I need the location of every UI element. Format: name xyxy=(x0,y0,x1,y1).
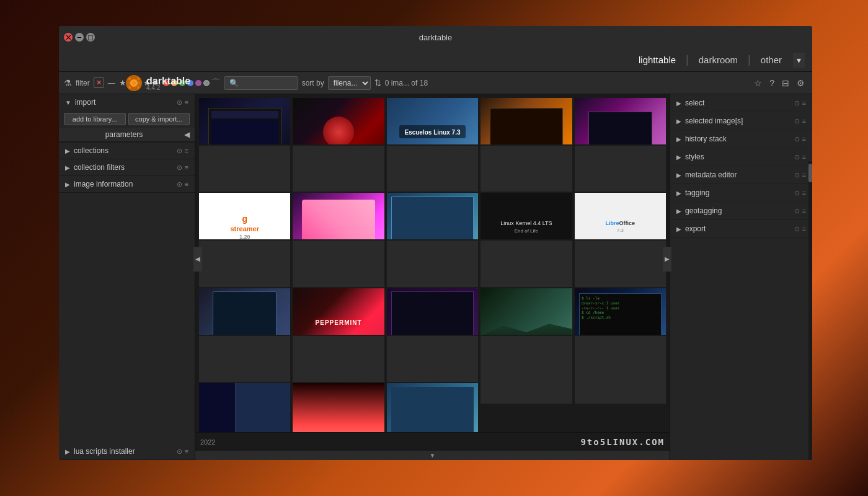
geotagging-menu-icon[interactable]: ≡ xyxy=(802,207,806,215)
thumbnail-blue-ui[interactable] xyxy=(198,382,291,432)
history-stack-menu-icon[interactable]: ≡ xyxy=(802,135,806,143)
geotagging-arrow: ▶ xyxy=(676,208,681,215)
help-icon[interactable]: ? xyxy=(767,77,777,89)
export-reset-icon[interactable]: ⊙ xyxy=(794,225,800,233)
search-input[interactable] xyxy=(224,76,298,90)
parameters-bar: parameters ◀ xyxy=(59,128,195,142)
right-item-export[interactable]: ▶ export ⊙ ≡ xyxy=(670,220,812,238)
parameters-collapse-arrow[interactable]: ◀ xyxy=(184,130,190,139)
collections-header[interactable]: ▶ collections ⊙ ≡ xyxy=(59,143,195,159)
close-button[interactable]: ✕ xyxy=(64,33,73,42)
add-to-library-button[interactable]: add to library... xyxy=(64,113,126,125)
right-scrollbar[interactable] xyxy=(808,161,812,460)
styles-arrow: ▶ xyxy=(676,154,681,161)
window-controls[interactable]: ✕ − □ xyxy=(64,33,95,42)
image-info-menu-icon[interactable]: ≡ xyxy=(185,180,188,188)
tagging-arrow: ▶ xyxy=(676,190,681,197)
metadata-reset-icon[interactable]: ⊙ xyxy=(794,171,800,179)
image-info-reset-icon[interactable]: ⊙ xyxy=(177,180,182,188)
history-stack-reset-icon[interactable]: ⊙ xyxy=(794,135,800,143)
image-information-label: image information xyxy=(74,180,133,188)
metadata-editor-arrow: ▶ xyxy=(676,172,681,179)
color-dot-purple[interactable] xyxy=(195,80,202,86)
collections-menu-icon[interactable]: ≡ xyxy=(185,147,188,155)
nav-tab-darkroom[interactable]: darkroom xyxy=(689,51,748,69)
styles-menu-icon[interactable]: ≡ xyxy=(802,153,806,161)
lua-scripts-icons: ⊙ ≡ xyxy=(177,448,188,456)
history-stack-icons: ⊙ ≡ xyxy=(794,135,806,143)
collections-arrow: ▶ xyxy=(65,148,70,154)
image-information-section: ▶ image information ⊙ ≡ xyxy=(59,176,195,193)
svg-point-3 xyxy=(128,78,131,80)
copy-import-button[interactable]: copy & import... xyxy=(128,113,190,125)
image-information-arrow: ▶ xyxy=(65,181,70,188)
lua-scripts-header[interactable]: ▶ lua scripts installer ⊙ ≡ xyxy=(59,443,195,459)
select-reset-icon[interactable]: ⊙ xyxy=(794,99,800,107)
collection-filters-menu-icon[interactable]: ≡ xyxy=(185,164,188,172)
selected-images-reset-icon[interactable]: ⊙ xyxy=(794,117,800,125)
import-section: ▼ import ⊙ ≡ add to library... copy & im… xyxy=(59,94,195,143)
collection-filters-header[interactable]: ▶ collection filters ⊙ ≡ xyxy=(59,159,195,175)
filter-clear-button[interactable]: ✕ xyxy=(94,78,104,88)
lua-reset-icon[interactable]: ⊙ xyxy=(177,448,182,456)
bottom-scroll-arrow[interactable]: ▼ xyxy=(195,451,670,460)
settings-icon[interactable]: ⚙ xyxy=(794,77,807,89)
right-item-geotagging[interactable]: ▶ geotagging ⊙ ≡ xyxy=(670,202,812,220)
export-menu-icon[interactable]: ≡ xyxy=(802,225,806,233)
nav-tab-other[interactable]: other xyxy=(751,51,792,69)
titlebar-arrow xyxy=(431,48,441,53)
right-item-metadata-editor[interactable]: ▶ metadata editor ⊙ ≡ xyxy=(670,166,812,184)
geotagging-reset-icon[interactable]: ⊙ xyxy=(794,207,800,215)
image-information-header[interactable]: ▶ image information ⊙ ≡ xyxy=(59,176,195,192)
nav-dropdown-button[interactable]: ▾ xyxy=(793,53,805,68)
tagging-reset-icon[interactable]: ⊙ xyxy=(794,189,800,197)
main-area: ▼ import ⊙ ≡ add to library... copy & im… xyxy=(59,94,812,460)
color-dot-grey[interactable] xyxy=(203,80,210,86)
lua-scripts-section: ▶ lua scripts installer ⊙ ≡ xyxy=(59,443,195,460)
styles-label: styles xyxy=(685,153,704,161)
parameters-label: parameters xyxy=(64,130,184,139)
import-header-icons: ⊙ ≡ xyxy=(177,99,188,107)
selected-images-icons: ⊙ ≡ xyxy=(794,117,806,125)
selected-images-menu-icon[interactable]: ≡ xyxy=(802,117,806,125)
import-reset-icon[interactable]: ⊙ xyxy=(177,99,182,107)
svg-point-2 xyxy=(132,81,136,85)
metadata-menu-icon[interactable]: ≡ xyxy=(802,171,806,179)
right-item-history-stack[interactable]: ▶ history stack ⊙ ≡ xyxy=(670,130,812,148)
nav-tab-lighttable[interactable]: lighttable xyxy=(629,51,686,69)
toolbar-icons: ☆ ? ⊟ ⚙ xyxy=(751,77,807,89)
collection-filters-arrow: ▶ xyxy=(65,164,70,171)
star-icon[interactable]: ☆ xyxy=(751,77,764,89)
svg-point-4 xyxy=(137,78,140,80)
collection-filters-reset-icon[interactable]: ⊙ xyxy=(177,164,182,172)
app-logo: darktable 4.4.2 xyxy=(125,74,190,92)
right-item-selected-images[interactable]: ▶ selected image[s] ⊙ ≡ xyxy=(670,112,812,130)
right-sidebar-collapse-button[interactable]: ▶ xyxy=(663,247,671,272)
view-toggle-icon[interactable]: ⊟ xyxy=(779,77,792,89)
styles-reset-icon[interactable]: ⊙ xyxy=(794,153,800,161)
lua-menu-icon[interactable]: ≡ xyxy=(185,448,188,456)
select-menu-icon[interactable]: ≡ xyxy=(802,99,806,107)
collections-label: collections xyxy=(74,146,108,155)
thumbnail-blue-desktop-2[interactable] xyxy=(386,382,479,432)
import-menu-icon[interactable]: ≡ xyxy=(185,99,188,107)
minimize-button[interactable]: − xyxy=(75,33,84,42)
right-item-tagging[interactable]: ▶ tagging ⊙ ≡ xyxy=(670,184,812,202)
window-title: darktable xyxy=(419,33,452,42)
import-header[interactable]: ▼ import ⊙ ≡ xyxy=(59,94,195,110)
right-scrollbar-thumb[interactable] xyxy=(808,164,812,182)
left-sidebar-collapse-button[interactable]: ◀ xyxy=(193,247,202,272)
thumbnail-empty-14 xyxy=(479,335,573,405)
left-sidebar: ▼ import ⊙ ≡ add to library... copy & im… xyxy=(59,94,195,460)
sort-select[interactable]: filena... xyxy=(328,76,371,90)
maximize-button[interactable]: □ xyxy=(86,33,95,42)
collection-filters-label: collection filters xyxy=(74,163,125,172)
thumbnail-red-gradient[interactable] xyxy=(291,382,385,432)
tagging-menu-icon[interactable]: ≡ xyxy=(802,189,806,197)
right-item-styles[interactable]: ▶ styles ⊙ ≡ xyxy=(670,148,812,166)
right-item-select[interactable]: ▶ select ⊙ ≡ xyxy=(670,94,812,112)
collections-reset-icon[interactable]: ⊙ xyxy=(177,147,182,155)
selected-images-arrow: ▶ xyxy=(676,118,681,125)
export-label: export xyxy=(685,224,706,233)
sort-direction-button[interactable]: ⇅ xyxy=(374,78,381,87)
